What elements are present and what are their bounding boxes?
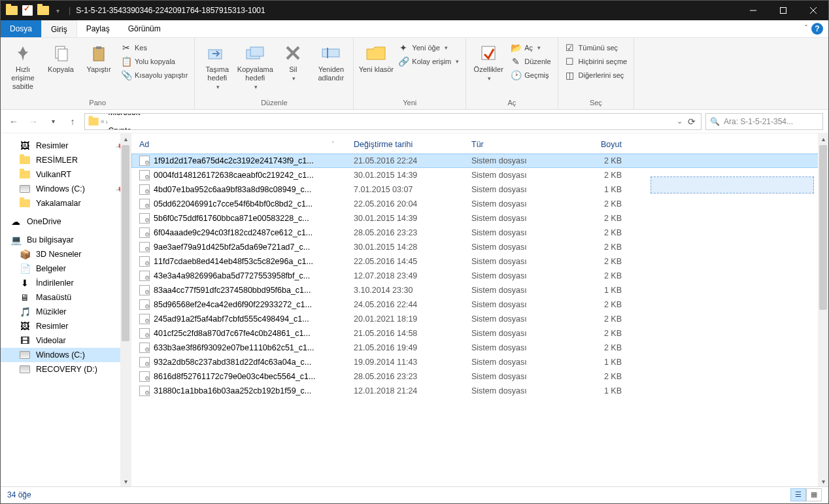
sidebar-item-yakalamalar[interactable]: Yakalamalar — [1, 196, 131, 210]
copy-path-button[interactable]: 📋Yolu kopyala — [118, 56, 190, 67]
forward-button[interactable]: → — [25, 114, 41, 129]
move-to-button[interactable]: Taşıma hedefi▾ — [199, 41, 235, 90]
newitem-icon: ✦ — [398, 42, 409, 53]
close-button[interactable] — [798, 1, 828, 20]
table-row[interactable]: 6f04aaade9c294c03f182cd2487ce612_c1...28… — [131, 226, 828, 240]
chevron-down-icon[interactable]: ⌄ — [677, 117, 683, 126]
search-input[interactable]: 🔍 Ara: S-1-5-21-354... — [705, 113, 823, 130]
desktop-icon: 🖥 — [19, 292, 31, 303]
file-icon — [139, 343, 150, 353]
sidebar-item-videos[interactable]: 🎞Videolar — [1, 333, 131, 348]
invert-selection-button[interactable]: ◫Diğerlerini seç — [562, 69, 630, 81]
table-row[interactable]: 85d96568ef2e4ca42ed6f90f22933272_c1...24… — [131, 297, 828, 312]
sidebar-item-music[interactable]: 🎵Müzikler — [1, 305, 131, 319]
yakalamalar-icon — [19, 198, 31, 209]
refresh-button[interactable]: ⟳ — [688, 116, 696, 127]
edit-button[interactable]: ✎Düzenle — [508, 56, 553, 67]
copy-to-button[interactable]: Kopyalama hedefi▾ — [237, 41, 273, 90]
breadcrumb-item[interactable]: Microsoft — [106, 113, 301, 117]
sidebar-item-objects3d[interactable]: 📦3D Nesneler — [1, 247, 131, 261]
open-button[interactable]: 📂Aç▾ — [508, 42, 553, 54]
main-scrollbar[interactable]: ▴ ▾ — [818, 133, 828, 486]
easy-access-button[interactable]: 🔗Kolay erişim▾ — [396, 56, 462, 67]
properties-button[interactable]: Özellikler▾ — [470, 41, 507, 82]
sidebar-item-thispc[interactable]: 💻Bu bilgisayar — [1, 233, 131, 247]
details-view-button[interactable]: ☰ — [790, 488, 806, 501]
maximize-button[interactable] — [768, 1, 798, 20]
new-folder-button[interactable]: Yeni klasör — [358, 41, 394, 74]
file-icon — [139, 184, 150, 195]
table-row[interactable]: 633b3ae3f86f93092e07be1110b62c51_c1...21… — [131, 341, 828, 355]
column-headers[interactable]: Adˆ Değiştirme tarihi Tür Boyut — [131, 133, 828, 154]
objects3d-icon: 📦 — [19, 249, 31, 260]
delete-button[interactable]: Sil▾ — [275, 41, 311, 82]
sidebar-item-windowsc[interactable]: Windows (C:)📌 — [1, 182, 131, 196]
table-row[interactable]: 932a2db58c237abd381d22df4c63a04a_c...19.… — [131, 355, 828, 369]
sidebar-item-pictures[interactable]: 🖼Resimler — [1, 319, 131, 333]
table-row[interactable]: 1f91d2d17ea675d4c2c3192e241743f9_c1...21… — [131, 154, 828, 168]
minimize-button[interactable] — [738, 1, 768, 20]
table-row[interactable]: 401cf25c2fd8a870d7c67fe4c0b24861_c1...21… — [131, 326, 828, 341]
sidebar-item-resimler[interactable]: 🖼Resimler📌 — [1, 139, 131, 153]
up-button[interactable]: ↑ — [65, 114, 80, 129]
file-list-pane: Adˆ Değiştirme tarihi Tür Boyut 1f91d2d1… — [131, 133, 828, 486]
table-row[interactable]: 83aa4cc77f591dfc2374580bbd95f6ba_c1...3.… — [131, 283, 828, 297]
titlebar: ▾ | S-1-5-21-3543390346-2242091764-18579… — [1, 1, 828, 20]
file-icon — [139, 328, 150, 339]
sidebar-item-recovery[interactable]: RECOVERY (D:) — [1, 362, 131, 377]
qat-dropdown-icon[interactable]: ▾ — [53, 6, 62, 15]
copy-button[interactable]: Kopyala — [42, 41, 79, 74]
sidebar-item-resimler2[interactable]: RESİMLER — [1, 153, 131, 167]
paste-shortcut-button[interactable]: 📎Kısayolu yapıştır — [118, 69, 190, 81]
sidebar-item-onedrive[interactable]: ☁OneDrive — [1, 214, 131, 229]
history-button[interactable]: 🕑Geçmiş — [508, 69, 553, 81]
ribbon: Hızlı erişime sabitle Kopyala Yapıştır ✂… — [1, 38, 828, 110]
back-button[interactable]: ← — [6, 114, 22, 129]
tab-home[interactable]: Giriş — [41, 20, 77, 37]
file-icon — [139, 271, 150, 281]
cut-button[interactable]: ✂Kes — [118, 42, 190, 54]
pin-quickaccess-button[interactable]: Hızlı erişime sabitle — [5, 41, 41, 91]
table-row[interactable]: 9ae3aef79a91d425bf2a5da69e721ad7_c...30.… — [131, 240, 828, 254]
sidebar-item-documents[interactable]: 📄Belgeler — [1, 261, 131, 276]
chevron-up-icon[interactable]: ˆ — [805, 24, 807, 33]
sidebar-item-desktop[interactable]: 🖥Masaüstü — [1, 290, 131, 305]
rename-button[interactable]: Yeniden adlandır — [313, 41, 349, 82]
table-row[interactable]: 8616d8f52761172c79e0e03c4bec5564_c1...28… — [131, 369, 828, 384]
table-row[interactable]: 245ad91a2f5af4abf7cbfd555c498494_c1...20… — [131, 312, 828, 326]
windowsc-icon — [19, 184, 31, 194]
snip-overlay — [651, 176, 814, 193]
recent-dropdown-icon[interactable]: ▾ — [45, 114, 61, 129]
chevron-right-icon[interactable]: › — [106, 118, 108, 126]
breadcrumb-item[interactable]: Crypto — [106, 126, 301, 130]
address-row: ← → ▾ ↑ « AppData›Roaming›Microsoft›Cryp… — [1, 110, 828, 133]
select-all-button[interactable]: ☑Tümünü seç — [562, 42, 630, 54]
scissors-icon: ✂ — [121, 42, 131, 53]
svg-rect-7 — [96, 46, 101, 49]
file-icon — [139, 299, 150, 310]
table-row[interactable]: 5b6f0c75ddf61760bbca871e00583228_c...30.… — [131, 211, 828, 226]
file-icon — [139, 156, 150, 166]
qat-checkbox-icon[interactable] — [22, 5, 33, 16]
tab-share[interactable]: Paylaş — [77, 20, 119, 37]
tab-view[interactable]: Görünüm — [119, 20, 170, 37]
table-row[interactable]: 31880c1a1bba16b03aa252cb192b1f59_c...12.… — [131, 384, 828, 398]
videos-icon: 🎞 — [19, 335, 31, 346]
table-row[interactable]: 05dd622046991c7cce54f6b4bf0c8bd2_c1...22… — [131, 197, 828, 211]
table-row[interactable]: 43e3a4a9826996aba5d7727553958fbf_c...12.… — [131, 269, 828, 283]
sidebar-scrollbar[interactable]: ▴ ▾ — [120, 133, 131, 486]
tab-file[interactable]: Dosya — [1, 20, 41, 37]
address-bar[interactable]: « AppData›Roaming›Microsoft›Crypto›RSA›S… — [84, 113, 702, 130]
select-none-button[interactable]: ☐Hiçbirini seçme — [562, 56, 630, 67]
icons-view-button[interactable]: ▦ — [806, 488, 822, 501]
paste-button[interactable]: Yapıştır — [80, 41, 117, 74]
help-button[interactable]: ? — [811, 23, 823, 35]
sidebar-item-vulkan[interactable]: VulkanRT — [1, 167, 131, 182]
sidebar-item-downloads[interactable]: ⬇İndirilenler — [1, 276, 131, 290]
selectnone-icon: ☐ — [565, 56, 575, 67]
table-row[interactable]: 11fd7cdaeb8ed414eb48f53c5c82e96a_c1...22… — [131, 254, 828, 269]
move-icon — [206, 42, 228, 64]
new-item-button[interactable]: ✦Yeni öğe▾ — [396, 42, 462, 54]
pictures-icon: 🖼 — [19, 321, 31, 331]
sidebar-item-windowsc2[interactable]: Windows (C:) — [1, 348, 131, 362]
